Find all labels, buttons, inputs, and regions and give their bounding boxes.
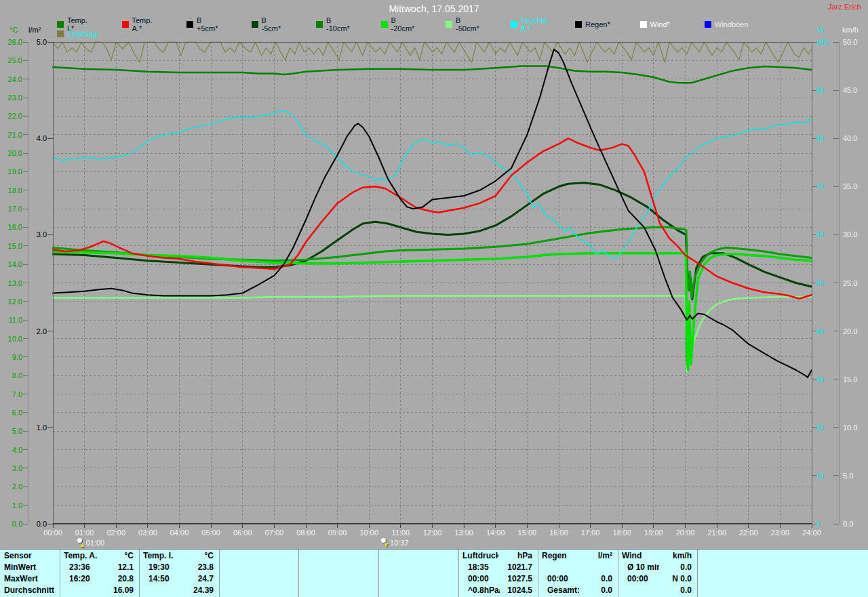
table-cell-value: 20.8 [101, 574, 134, 585]
table-cell-value: 0.0 [579, 585, 612, 596]
tick-time-15:00: 15:00 [512, 529, 542, 537]
tick-time-10:00: 10:00 [354, 529, 384, 537]
table-divider [298, 550, 300, 597]
tick-wind-30.0: 30.0 [843, 230, 866, 239]
table-cell-value: 1024.5 [500, 585, 532, 596]
table-row-label-maxwert: MaxWert [4, 574, 57, 585]
table-cell-value: 24.7 [180, 574, 214, 585]
tick-humidity-20: 20 [816, 424, 835, 432]
tick-time-19:00: 19:00 [639, 529, 669, 537]
table-divider [60, 550, 61, 597]
tick-wind-25.0: 25.0 [843, 279, 866, 287]
table-row-label-durchschnitt: Durchschnitt [4, 585, 57, 596]
tick-humidity-60: 60 [816, 230, 835, 239]
table-cell-time: 00:00 [627, 574, 659, 585]
tick-temp-5.0: 5.0 [2, 427, 22, 435]
tick-time-16:00: 16:00 [544, 529, 574, 537]
arrow-up-icon: ▲ [79, 542, 85, 548]
tick-temp-6.0: 6.0 [2, 409, 22, 417]
table-divider [458, 550, 460, 597]
time-marker-1037: ▼10:37 [381, 538, 409, 547]
table-cell-time: Ø 10 min. [627, 562, 659, 573]
table-unit-temp-i: °C [180, 551, 214, 562]
table-divider [618, 550, 619, 597]
tick-temp-17.0: 17.0 [2, 205, 22, 213]
table-section-temp-i: Temp. I. [143, 551, 179, 562]
tick-temp-26.0: 26.0 [2, 38, 22, 46]
tick-temp-19.0: 19.0 [2, 167, 22, 176]
tick-time-12:00: 12:00 [418, 529, 448, 537]
axes-deco [23, 42, 839, 528]
tick-temp-3.0: 3.0 [2, 464, 22, 472]
table-cell-time: 14:50 [149, 574, 180, 585]
tick-humidity-90: 90 [816, 86, 835, 94]
tick-temp-23.0: 23.0 [2, 94, 22, 102]
table-divider [697, 550, 698, 597]
tick-temp-10.0: 10.0 [2, 335, 22, 343]
tick-rain-1.0: 1.0 [26, 424, 47, 432]
plot-svg [0, 0, 868, 597]
tick-wind-50.0: 50.0 [843, 38, 866, 46]
table-cell-value: 0.0 [659, 562, 692, 573]
tick-temp-4.0: 4.0 [2, 446, 22, 454]
tick-time-23:00: 23:00 [765, 529, 795, 537]
tick-time-14:00: 14:00 [481, 529, 511, 537]
tick-temp-15.0: 15.0 [2, 242, 22, 250]
time-marker-0100: ▲01:00 [77, 538, 105, 547]
marker-time: 01:00 [86, 539, 105, 547]
tick-time-22:00: 22:00 [734, 529, 764, 537]
tick-wind-5.0: 5.0 [843, 472, 866, 480]
tick-temp-18.0: 18.0 [2, 186, 22, 194]
tick-time-00:00: 00:00 [38, 529, 68, 537]
tick-temp-13.0: 13.0 [2, 279, 22, 287]
table-section-luftdruck: Luftdruck [462, 551, 498, 562]
tick-humidity-0: 0 [816, 520, 835, 528]
tick-temp-24.0: 24.0 [2, 75, 22, 83]
table-cell-value: 1027.5 [500, 574, 532, 585]
tick-temp-25.0: 25.0 [2, 56, 22, 64]
tick-time-06:00: 06:00 [228, 529, 258, 537]
tick-wind-35.0: 35.0 [843, 182, 866, 190]
tick-humidity-40: 40 [816, 327, 835, 335]
table-row-label-sensor: Sensor [4, 551, 57, 562]
tick-time-20:00: 20:00 [671, 529, 701, 537]
tick-rain-5.0: 5.0 [26, 38, 47, 46]
tick-temp-22.0: 22.0 [2, 112, 22, 120]
table-cell-time: 16:20 [69, 574, 101, 585]
arrow-down-icon: ▼ [383, 542, 389, 548]
tick-temp-20.0: 20.0 [2, 149, 22, 157]
tick-humidity-10: 10 [816, 472, 835, 480]
table-cell-time: Gesamt: [547, 585, 579, 596]
tick-temp-7.0: 7.0 [2, 390, 22, 398]
tick-humidity-70: 70 [816, 182, 835, 190]
table-divider [378, 550, 380, 597]
table-cell-value: N 0.0 [659, 574, 692, 585]
tick-time-01:00: 01:00 [70, 529, 100, 537]
tick-humidity-100: 100 [816, 38, 835, 46]
tick-temp-1.0: 1.0 [2, 501, 22, 510]
tick-humidity-50: 50 [816, 279, 835, 287]
table-cell-time: 00:00 [547, 574, 579, 585]
table-unit-wind: km/h [659, 551, 692, 562]
tick-time-03:00: 03:00 [133, 529, 163, 537]
tick-time-08:00: 08:00 [291, 529, 321, 537]
tick-wind-20.0: 20.0 [843, 327, 866, 335]
tick-wind-10.0: 10.0 [843, 424, 866, 432]
tick-wind-40.0: 40.0 [843, 134, 866, 142]
tick-wind-15.0: 15.0 [843, 375, 866, 384]
table-unit-regen: l/m² [579, 551, 612, 562]
tick-temp-12.0: 12.0 [2, 297, 22, 306]
tick-time-17:00: 17:00 [576, 529, 606, 537]
tick-temp-21.0: 21.0 [2, 131, 22, 139]
table-divider [219, 550, 220, 597]
tick-temp-2.0: 2.0 [2, 482, 22, 491]
tick-time-07:00: 07:00 [259, 529, 289, 537]
table-unit-luftdruck: hPa [500, 551, 532, 562]
tick-time-21:00: 21:00 [702, 529, 732, 537]
tick-time-24:00: 24:00 [797, 529, 827, 537]
table-cell-value: 0.0 [659, 585, 692, 596]
table-section-wind: Wind [622, 551, 658, 562]
table-section-temp-a: Temp. A. [64, 551, 100, 562]
table-cell-time: 19:30 [149, 562, 180, 573]
table-cell-value: 1021.7 [500, 562, 532, 573]
